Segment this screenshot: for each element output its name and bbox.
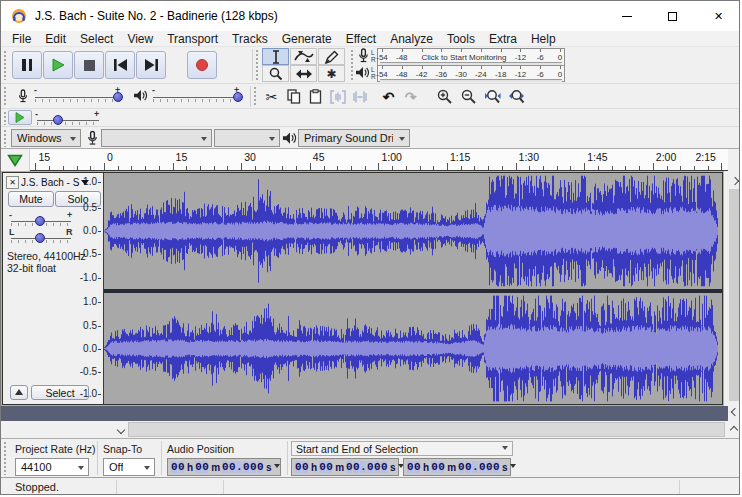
toolbar-grip[interactable]	[255, 49, 259, 81]
playback-meter[interactable]: -54-48-42-36-30-24-18-12-60	[378, 66, 564, 82]
skip-to-start-button[interactable]	[105, 51, 135, 79]
slider-min-label: -	[34, 85, 37, 95]
toolbar-grip[interactable]	[3, 111, 7, 125]
play-button[interactable]	[43, 51, 73, 79]
vertical-scale-label: 1.0	[83, 296, 101, 307]
scroll-right-button[interactable]	[726, 421, 740, 438]
selection-end-field[interactable]: 00h00m00.000s	[403, 458, 511, 476]
menu-item-view[interactable]: View	[120, 31, 160, 47]
selection-tool-button[interactable]	[262, 48, 289, 65]
snap-to-combo[interactable]: Off	[103, 458, 155, 476]
menu-item-extra[interactable]: Extra	[482, 31, 524, 47]
menu-item-help[interactable]: Help	[524, 31, 563, 47]
zoom-fit-button[interactable]	[506, 86, 527, 107]
scroll-up-button[interactable]	[728, 171, 740, 187]
paste-button[interactable]	[305, 86, 326, 107]
horizontal-scrollbar[interactable]	[1, 421, 740, 438]
pan-slider[interactable]	[35, 233, 45, 243]
timeshift-tool-button[interactable]	[290, 65, 317, 82]
silence-audio-button[interactable]	[349, 86, 370, 107]
toolbar-row-3: - +	[1, 108, 740, 126]
redo-button[interactable]: ↷	[400, 86, 421, 107]
menu-item-edit[interactable]: Edit	[38, 31, 73, 47]
toolbar-grip[interactable]	[253, 86, 257, 107]
menu-item-generate[interactable]: Generate	[275, 31, 339, 47]
waveform-channel-left[interactable]	[104, 173, 722, 289]
chevron-down-icon	[269, 137, 275, 144]
toolbar-grip[interactable]	[3, 50, 7, 80]
menu-item-tools[interactable]: Tools	[440, 31, 482, 47]
zoom-out-button[interactable]	[458, 86, 479, 107]
envelope-tool-button[interactable]	[290, 48, 317, 65]
stop-button[interactable]	[74, 51, 104, 79]
multi-tool-button[interactable]: ✱	[318, 65, 345, 82]
play-at-speed-button[interactable]	[8, 110, 32, 125]
recording-volume-slider[interactable]	[113, 92, 123, 102]
play-speed-slider[interactable]	[53, 115, 63, 125]
track-title: J.S. Bach - S	[21, 177, 79, 188]
zoom-in-button[interactable]	[434, 86, 455, 107]
zoom-selection-button[interactable]	[482, 86, 503, 107]
waveform-channel-right[interactable]	[104, 293, 722, 404]
pause-button[interactable]	[12, 51, 42, 79]
audacity-window: J.S. Bach - Suite No. 2 - Badinerie (128…	[0, 0, 740, 495]
minimize-button[interactable]	[604, 1, 649, 31]
meter-box: -54-48Click to Start Monitoring-12-60 -5…	[377, 48, 565, 82]
timeline-ruler[interactable]: 1501530451:001:151:301:452:002:15	[30, 149, 728, 171]
ruler-label: 45	[313, 151, 325, 163]
menu-item-file[interactable]: File	[5, 31, 38, 47]
skip-to-end-button[interactable]	[136, 51, 166, 79]
audio-track: ✕ J.S. Bach - S Mute Solo - + L R Stereo…	[2, 172, 723, 405]
copy-button[interactable]	[283, 86, 304, 107]
toolbar-grip[interactable]	[3, 86, 7, 107]
recording-meter[interactable]: -54-48Click to Start Monitoring-12-60	[378, 49, 564, 65]
redo-icon: ↷	[405, 90, 417, 104]
multi-tool-icon: ✱	[326, 68, 336, 80]
menu-item-analyze[interactable]: Analyze	[383, 31, 440, 47]
trim-audio-button[interactable]	[327, 86, 348, 107]
cut-button[interactable]: ✂	[261, 86, 282, 107]
device-toolbar: Windows Dir Primary Sound Driver	[1, 126, 740, 149]
recording-device-combo[interactable]	[101, 129, 212, 147]
selection-range-combo[interactable]: Start and End of Selection	[291, 441, 513, 456]
scroll-down-button[interactable]	[728, 405, 740, 421]
menu-item-select[interactable]: Select	[73, 31, 120, 47]
toolbar-grip[interactable]	[3, 441, 7, 475]
undo-button[interactable]: ↶	[378, 86, 399, 107]
collapse-track-button[interactable]	[10, 385, 28, 400]
maximize-button[interactable]	[650, 1, 695, 31]
dropdown-arrow-icon	[510, 464, 516, 471]
playback-volume-slider[interactable]	[233, 92, 243, 102]
meter-scale-label: -12	[515, 70, 527, 79]
title-bar[interactable]: J.S. Bach - Suite No. 2 - Badinerie (128…	[1, 1, 740, 31]
silence-icon	[352, 90, 368, 104]
gain-slider[interactable]	[35, 216, 45, 226]
close-button[interactable]: ✕	[696, 1, 740, 31]
toolbar-grip[interactable]	[350, 49, 354, 81]
pinned-play-head-button[interactable]	[1, 149, 30, 171]
horizontal-scroll-thumb[interactable]	[128, 422, 725, 437]
menu-item-effect[interactable]: Effect	[339, 31, 383, 47]
selection-start-field[interactable]: 00h00m00.000s	[291, 458, 399, 476]
microphone-icon	[86, 130, 99, 146]
menu-item-tracks[interactable]: Tracks	[225, 31, 275, 47]
vertical-scrollbar[interactable]	[728, 171, 740, 421]
track-close-button[interactable]: ✕	[6, 176, 19, 189]
audio-position-field[interactable]: 00h00m00.000s	[167, 458, 281, 476]
scroll-left-button[interactable]	[111, 421, 128, 438]
recording-channels-combo[interactable]	[214, 129, 280, 147]
menu-item-transport[interactable]: Transport	[160, 31, 225, 47]
mute-button[interactable]: Mute	[8, 191, 54, 207]
draw-tool-icon	[324, 50, 339, 64]
zoom-tool-button[interactable]	[262, 65, 289, 82]
playback-device-combo[interactable]: Primary Sound Driver	[298, 129, 410, 147]
toolbar-grip[interactable]	[3, 129, 7, 147]
draw-tool-button[interactable]	[318, 48, 345, 65]
speaker-icon	[133, 89, 148, 102]
zoom-out-icon	[461, 89, 477, 105]
project-rate-combo[interactable]: 44100	[15, 458, 89, 476]
ruler-label: 2:15	[695, 151, 715, 163]
vertical-scroll-thumb[interactable]	[729, 189, 740, 401]
record-button[interactable]	[187, 51, 217, 79]
audio-host-combo[interactable]: Windows Dir	[11, 129, 81, 147]
